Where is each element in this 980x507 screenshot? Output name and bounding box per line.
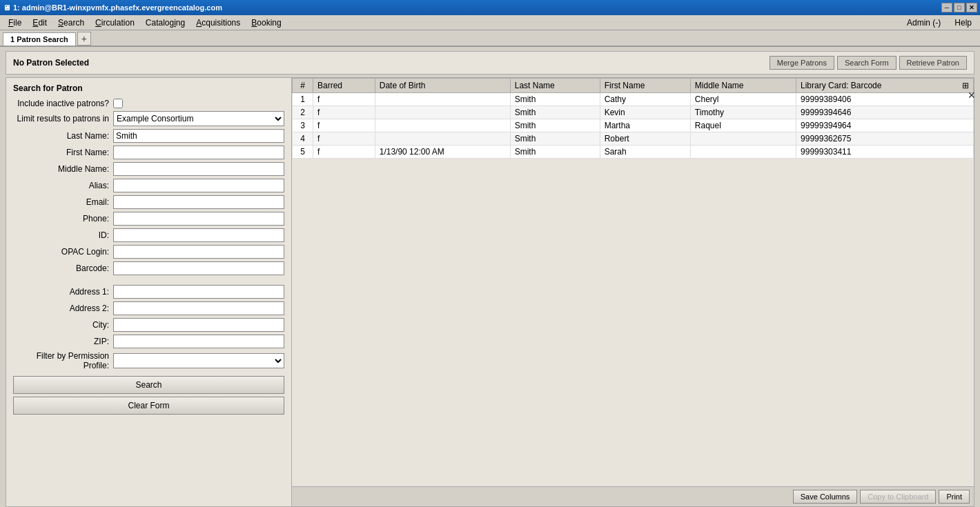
cell-lastname: Smith xyxy=(510,132,600,146)
cell-middlename: Cheryl xyxy=(690,93,796,106)
search-panel: Search for Patron Include inactive patro… xyxy=(6,77,292,507)
title-bar-left: 🖥 1: admin@BR1-winxpvmfx.phasefx.evergre… xyxy=(3,3,222,12)
save-columns-button[interactable]: Save Columns xyxy=(793,490,858,504)
menu-booking[interactable]: Booking xyxy=(246,17,286,29)
body-area: Search for Patron Include inactive patro… xyxy=(6,77,974,507)
table-row[interactable]: 5 f 1/13/90 12:00 AM Smith Sarah 9999930… xyxy=(293,146,974,159)
permission-profile-label: Filter by Permission Profile: xyxy=(13,351,113,370)
col-barcode-header[interactable]: Library Card: Barcode ⊞ xyxy=(796,79,974,93)
table-header-row: # Barred Date of Birth Last Name First N… xyxy=(293,79,974,93)
menu-acquisitions[interactable]: Acquisitions xyxy=(190,17,246,29)
results-footer: Save Columns Copy to Clipboard Print xyxy=(292,486,974,506)
cell-num: 4 xyxy=(293,132,313,146)
close-button[interactable]: ✕ xyxy=(966,3,977,12)
main-content: ✕ No Patron Selected Merge Patrons Searc… xyxy=(0,47,980,507)
zip-input[interactable] xyxy=(113,335,284,348)
include-inactive-label: Include inactive patrons? xyxy=(13,99,113,108)
maximize-button[interactable]: □ xyxy=(954,3,965,12)
print-button[interactable]: Print xyxy=(939,490,970,504)
cell-middlename xyxy=(690,132,796,146)
title-bar-text: 1: admin@BR1-winxpvmfx.phasefx.evergreen… xyxy=(13,3,222,12)
cell-num: 5 xyxy=(293,146,313,159)
col-num-header[interactable]: # xyxy=(293,79,313,93)
city-row: City: xyxy=(13,318,284,332)
last-name-input[interactable] xyxy=(113,129,284,143)
address2-label: Address 2: xyxy=(13,304,113,313)
address2-row: Address 2: xyxy=(13,301,284,315)
search-form-button[interactable]: Search Form xyxy=(837,56,896,70)
menu-file[interactable]: File xyxy=(3,17,27,29)
col-barred-header[interactable]: Barred xyxy=(313,79,375,93)
col-dob-header[interactable]: Date of Birth xyxy=(375,79,510,93)
first-name-input[interactable] xyxy=(113,146,284,159)
cell-barred: f xyxy=(313,146,375,159)
menu-search[interactable]: Search xyxy=(52,17,90,29)
permission-profile-select[interactable] xyxy=(113,353,284,368)
col-lastname-header[interactable]: Last Name xyxy=(510,79,600,93)
id-input[interactable] xyxy=(113,228,284,242)
col-firstname-header[interactable]: First Name xyxy=(600,79,690,93)
cell-num: 2 xyxy=(293,106,313,119)
cell-barcode: 99999394646 xyxy=(796,106,974,119)
results-table-wrapper: # Barred Date of Birth Last Name First N… xyxy=(292,78,974,486)
menu-cataloging[interactable]: Cataloging xyxy=(140,17,190,29)
content-close-button[interactable]: ✕ xyxy=(968,90,976,101)
search-panel-title: Search for Patron xyxy=(13,83,284,93)
tab-patron-search[interactable]: 1 Patron Search xyxy=(3,32,76,46)
cell-dob xyxy=(375,93,510,106)
app-icon: 🖥 xyxy=(3,3,10,12)
barcode-input[interactable] xyxy=(113,261,284,275)
results-panel: # Barred Date of Birth Last Name First N… xyxy=(292,77,974,507)
phone-row: Phone: xyxy=(13,212,284,226)
cell-firstname: Robert xyxy=(600,132,690,146)
copy-clipboard-button[interactable]: Copy to Clipboard xyxy=(860,490,936,504)
table-row[interactable]: 2 f Smith Kevin Timothy 99999394646 xyxy=(293,106,974,119)
cell-firstname: Martha xyxy=(600,119,690,132)
zip-label: ZIP: xyxy=(13,337,113,346)
city-input[interactable] xyxy=(113,318,284,332)
menu-circulation[interactable]: Circulation xyxy=(90,17,140,29)
email-input[interactable] xyxy=(113,195,284,209)
cell-firstname: Kevin xyxy=(600,106,690,119)
cell-lastname: Smith xyxy=(510,93,600,106)
cell-barcode: 99999362675 xyxy=(796,132,974,146)
minimize-button[interactable]: ─ xyxy=(941,3,952,12)
middle-name-row: Middle Name: xyxy=(13,162,284,176)
search-button[interactable]: Search xyxy=(13,376,284,394)
header-buttons: Merge Patrons Search Form Retrieve Patro… xyxy=(770,56,967,70)
table-row[interactable]: 1 f Smith Cathy Cheryl 99999389406 xyxy=(293,93,974,106)
middle-name-input[interactable] xyxy=(113,162,284,176)
table-row[interactable]: 4 f Smith Robert 99999362675 xyxy=(293,132,974,146)
menu-bar: File Edit Search Circulation Cataloging … xyxy=(0,15,980,30)
address1-input[interactable] xyxy=(113,285,284,299)
limit-results-select[interactable]: Example Consortium xyxy=(113,111,284,126)
cell-dob xyxy=(375,106,510,119)
col-barcode-expand-icon[interactable]: ⊞ xyxy=(962,81,969,90)
cell-middlename: Timothy xyxy=(690,106,796,119)
email-row: Email: xyxy=(13,195,284,209)
address1-label: Address 1: xyxy=(13,287,113,297)
cell-barcode: 99999389406 xyxy=(796,93,974,106)
admin-menu[interactable]: Admin (-) xyxy=(901,17,946,29)
patron-status-title: No Patron Selected xyxy=(13,58,89,68)
include-inactive-checkbox[interactable] xyxy=(113,99,123,108)
tab-add-button[interactable]: + xyxy=(77,32,91,46)
opac-login-input[interactable] xyxy=(113,245,284,259)
last-name-label: Last Name: xyxy=(13,131,113,141)
merge-patrons-button[interactable]: Merge Patrons xyxy=(770,56,834,70)
cell-lastname: Smith xyxy=(510,106,600,119)
address2-input[interactable] xyxy=(113,301,284,315)
last-name-row: Last Name: xyxy=(13,129,284,143)
limit-results-row: Limit results to patrons in Example Cons… xyxy=(13,111,284,126)
clear-form-button[interactable]: Clear Form xyxy=(13,397,284,415)
retrieve-patron-button[interactable]: Retrieve Patron xyxy=(899,56,967,70)
menu-edit[interactable]: Edit xyxy=(27,17,52,29)
col-middlename-header[interactable]: Middle Name xyxy=(690,79,796,93)
alias-input[interactable] xyxy=(113,179,284,192)
phone-input[interactable] xyxy=(113,212,284,226)
id-row: ID: xyxy=(13,228,284,242)
table-row[interactable]: 3 f Smith Martha Raquel 99999394964 xyxy=(293,119,974,132)
cell-barred: f xyxy=(313,119,375,132)
tab-patron-search-label: 1 Patron Search xyxy=(10,35,68,43)
help-menu[interactable]: Help xyxy=(949,17,977,29)
